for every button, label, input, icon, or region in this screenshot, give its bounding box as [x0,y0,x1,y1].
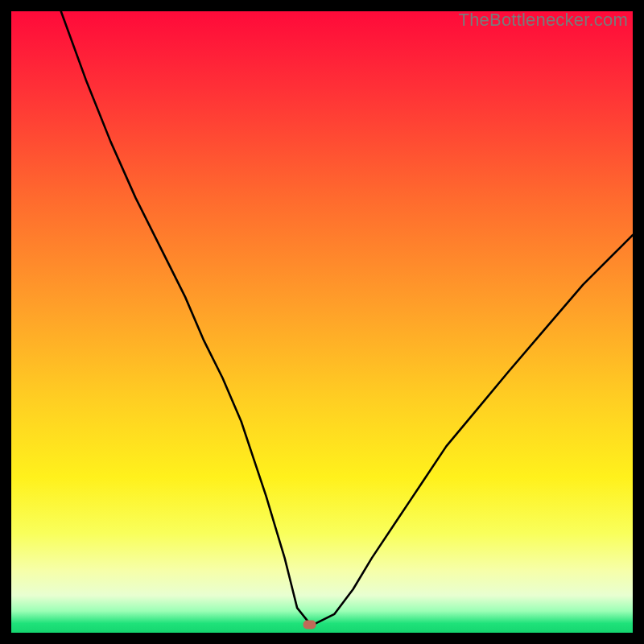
gradient-background [11,11,633,633]
optimum-marker [303,620,316,629]
chart-frame [11,11,633,633]
bottleneck-chart [11,11,633,633]
watermark-text: TheBottlenecker.com [459,10,628,31]
